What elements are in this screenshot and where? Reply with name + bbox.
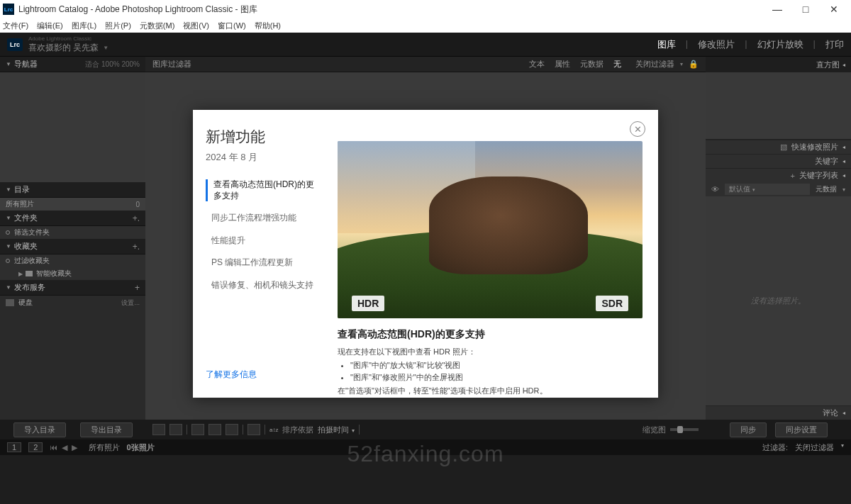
all-photos-count: 0: [135, 201, 140, 208]
disclosure-icon: ▾: [842, 186, 845, 193]
identity-dropdown-icon[interactable]: ▼: [103, 45, 109, 51]
thumbnails-label: 缩览图: [643, 425, 666, 435]
disclosure-icon: ◂: [842, 144, 845, 150]
folder-filter[interactable]: 筛选文件夹: [0, 226, 145, 239]
sort-field-dropdown[interactable]: 拍摄时间 ▾: [318, 425, 354, 435]
folder-filter-label: 筛选文件夹: [14, 228, 50, 237]
filter-tabs: 文本 属性 元数据 无: [529, 59, 621, 69]
nav-prev-icon[interactable]: ◀: [62, 443, 67, 452]
filter-text[interactable]: 文本: [529, 59, 545, 69]
disclosure-icon: ▼: [6, 284, 11, 291]
menu-window[interactable]: 窗口(W): [218, 21, 246, 31]
menu-file[interactable]: 文件(F): [3, 21, 28, 31]
menu-edit[interactable]: 编辑(E): [37, 21, 63, 31]
module-slideshow[interactable]: 幻灯片放映: [757, 38, 803, 51]
smart-collection-row[interactable]: ▶ 智能收藏夹: [0, 267, 145, 280]
nav-item-hdr[interactable]: 查看高动态范围(HDR)的更多支持: [206, 179, 318, 201]
histogram-header[interactable]: 直方图 ◂: [706, 57, 851, 72]
menu-help[interactable]: 帮助(H): [255, 21, 281, 31]
module-develop[interactable]: 修改照片: [698, 38, 735, 51]
window-minimize-button[interactable]: —: [763, 4, 791, 15]
menu-photo[interactable]: 照片(P): [105, 21, 131, 31]
nav-item-sync[interactable]: 同步工作流程增强功能: [206, 213, 318, 224]
keywords-header[interactable]: 关键字 ◂: [706, 154, 851, 168]
export-button[interactable]: 导出目录: [80, 422, 133, 437]
metadata-empty-placeholder: 没有选择照片。: [706, 196, 851, 405]
disclosure-icon: ▼: [6, 186, 11, 193]
window-maximize-button[interactable]: □: [791, 4, 820, 15]
grid-view-button[interactable]: [152, 424, 165, 435]
sync-settings-button[interactable]: 同步设置: [775, 422, 828, 437]
keyword-list-title: 关键字列表: [799, 170, 838, 181]
nav-item-perf[interactable]: 性能提升: [206, 235, 318, 247]
identity-plate[interactable]: 喜欢摄影的 吴先森: [28, 42, 99, 54]
add-publish-button[interactable]: +: [135, 283, 140, 293]
metadata-header[interactable]: 👁 默认值 ▾ 元数据 ▾: [706, 182, 851, 196]
collection-filter[interactable]: 过滤收藏夹: [0, 254, 145, 267]
painter-tool[interactable]: [247, 424, 260, 435]
brand-text: Adobe Lightroom Classic: [28, 35, 109, 42]
publish-settings-link[interactable]: 设置...: [121, 298, 140, 308]
monitor-2-button[interactable]: 2: [28, 442, 43, 452]
filmstrip-statusbar: 1 2 ⏮ ◀ ▶ 所有照片 0张照片 过滤器: 关闭过滤器 ▾: [0, 439, 851, 455]
whats-new-dialog: 新增功能 2024 年 8 月 查看高动态范围(HDR)的更多支持 同步工作流程…: [193, 110, 658, 398]
filter-meta[interactable]: 元数据: [580, 59, 604, 69]
window-close-button[interactable]: ✕: [820, 4, 848, 15]
add-folder-button[interactable]: +.: [133, 213, 140, 223]
menu-metadata[interactable]: 元数据(M): [140, 21, 175, 31]
menu-library[interactable]: 图库(L): [72, 21, 96, 31]
sort-direction-icon[interactable]: a↕z: [269, 427, 278, 433]
dropdown-icon[interactable]: ▾: [680, 61, 683, 67]
dialog-content: ✕ HDR SDR 查看高动态范围(HDR)的更多支持 现在支持在以下视图中查看…: [330, 110, 658, 398]
menu-view[interactable]: 视图(V): [183, 21, 209, 31]
comments-header[interactable]: 评论 ◂: [706, 405, 851, 420]
left-panel: ▼ 导航器 适合 100% 200% ▼ 目录 所有照片 0 ▼ 文件夹 +. …: [0, 57, 145, 439]
filmstrip-area[interactable]: [0, 455, 851, 484]
sync-button[interactable]: 同步: [730, 422, 767, 437]
nav-item-ps[interactable]: PS 编辑工作流程更新: [206, 257, 318, 269]
filter-attr[interactable]: 属性: [555, 59, 570, 69]
publish-title: 发布服务: [14, 282, 135, 293]
navigator-header[interactable]: ▼ 导航器 适合 100% 200%: [0, 57, 145, 72]
quick-develop-header[interactable]: ▧ 快速修改照片 ◂: [706, 140, 851, 154]
window-title: Lightroom Catalog - Adobe Photoshop Ligh…: [18, 4, 763, 16]
catalog-all-photos[interactable]: 所有照片 0: [0, 198, 145, 211]
nav-arrows: ⏮ ◀ ▶: [50, 443, 77, 452]
publish-header[interactable]: ▼ 发布服务 +: [0, 280, 145, 296]
module-print[interactable]: 打印: [825, 38, 844, 51]
loupe-view-button[interactable]: [169, 424, 182, 435]
catalog-header[interactable]: ▼ 目录: [0, 182, 145, 198]
keyword-list-header[interactable]: + 关键字列表 ◂: [706, 168, 851, 182]
eye-icon[interactable]: 👁: [711, 185, 719, 194]
import-button[interactable]: 导入目录: [13, 422, 66, 437]
nav-first-icon[interactable]: ⏮: [50, 443, 57, 452]
feature-image: HDR SDR: [338, 141, 643, 318]
metadata-preset-dropdown[interactable]: 默认值 ▾: [725, 184, 810, 195]
nav-next-icon[interactable]: ▶: [72, 443, 77, 452]
keywords-title: 关键字: [815, 156, 838, 167]
module-library[interactable]: 图库: [657, 38, 676, 51]
publish-hard-drive[interactable]: 硬盘 设置...: [0, 296, 145, 310]
learn-more-link[interactable]: 了解更多信息: [206, 369, 318, 381]
nav-item-bugfix[interactable]: 错误修复、相机和镜头支持: [206, 280, 318, 291]
dropdown-icon[interactable]: ▾: [841, 442, 844, 453]
lock-icon[interactable]: 🔒: [689, 60, 699, 69]
feature-bullet: "图库"中的"放大镜"和"比较"视图: [350, 360, 644, 371]
status-close-filter[interactable]: 关闭过滤器: [795, 442, 834, 453]
disclosure-icon: ◂: [842, 158, 845, 164]
dialog-sidebar: 新增功能 2024 年 8 月 查看高动态范围(HDR)的更多支持 同步工作流程…: [193, 110, 330, 398]
breadcrumb[interactable]: 所有照片 0张照片: [89, 442, 154, 453]
thumbnail-slider[interactable]: [670, 428, 699, 431]
dialog-close-button[interactable]: ✕: [630, 121, 645, 137]
monitor-1-button[interactable]: 1: [7, 442, 21, 452]
survey-view-button[interactable]: [208, 424, 221, 435]
people-view-button[interactable]: [226, 424, 238, 435]
collections-header[interactable]: ▼ 收藏夹 +.: [0, 239, 145, 254]
filter-none[interactable]: 无: [613, 59, 621, 69]
folders-header[interactable]: ▼ 文件夹 +.: [0, 211, 145, 226]
add-collection-button[interactable]: +.: [133, 242, 140, 252]
navigator-zoom[interactable]: 适合 100% 200%: [85, 60, 140, 69]
compare-view-button[interactable]: [191, 424, 204, 435]
add-icon[interactable]: +: [791, 172, 795, 180]
close-filter-dropdown[interactable]: 关闭过滤器: [635, 59, 674, 69]
